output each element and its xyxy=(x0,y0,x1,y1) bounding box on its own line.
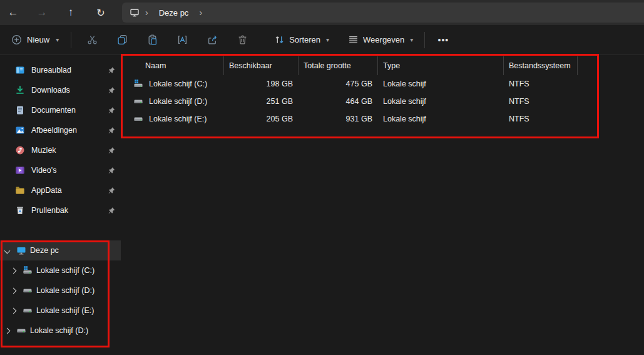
chevron-right-icon[interactable] xyxy=(3,326,11,335)
share-button[interactable] xyxy=(200,29,225,51)
chevron-right-icon[interactable] xyxy=(9,266,18,275)
delete-icon xyxy=(237,34,248,45)
sidebar-item-label: Downloads xyxy=(31,86,102,95)
tree-item-drive-d-root[interactable]: Lokale schijf (D:) xyxy=(0,321,121,341)
refresh-button[interactable]: ↻ xyxy=(90,3,111,23)
chevron-down-icon: ▾ xyxy=(56,36,59,43)
tree-item-drive-e[interactable]: Lokale schijf (E:) xyxy=(0,301,121,321)
drive-icon xyxy=(133,114,143,124)
pictures-icon xyxy=(15,125,25,135)
sidebar-item-documents[interactable]: Documenten xyxy=(0,100,121,120)
sidebar-item-label: Video's xyxy=(31,166,102,175)
tree-item-label: Deze pc xyxy=(30,246,59,255)
pin-icon xyxy=(108,127,115,134)
drive-windows-icon xyxy=(23,265,33,275)
drive-windows-icon xyxy=(133,79,143,89)
folder-icon xyxy=(15,185,25,195)
column-header-filesystem[interactable]: Bestandssysteem xyxy=(504,56,578,75)
sidebar-item-recycle-bin[interactable]: Prullenbak xyxy=(0,200,121,220)
drive-total-size: 475 GB xyxy=(299,80,378,88)
view-list-icon xyxy=(348,34,359,45)
sidebar-item-label: Documenten xyxy=(31,106,102,115)
column-header-total-size[interactable]: Totale grootte xyxy=(299,56,378,75)
drive-name: Lokale schijf (C:) xyxy=(149,80,207,88)
drive-available: 198 GB xyxy=(224,80,299,88)
chevron-down-icon: ▾ xyxy=(410,36,413,43)
command-bar: Nieuw ▾ xyxy=(0,25,644,55)
drive-icon xyxy=(133,96,143,106)
table-row[interactable]: Lokale schijf (D:) 251 GB 464 GB Lokale … xyxy=(121,93,644,110)
address-bar[interactable]: › Deze pc › xyxy=(122,3,644,23)
column-header-type[interactable]: Type xyxy=(378,56,504,75)
column-header-name[interactable]: Naam xyxy=(121,56,224,75)
toolbar-divider xyxy=(424,32,425,48)
cut-icon xyxy=(87,34,98,45)
paste-button[interactable] xyxy=(140,29,165,51)
pin-icon xyxy=(108,207,115,214)
breadcrumb-this-pc[interactable]: Deze pc xyxy=(154,6,194,19)
back-arrow-icon: ← xyxy=(8,6,19,19)
drive-total-size: 464 GB xyxy=(299,97,378,106)
file-list-pane: Naam Beschikbaar Totale grootte Type Bes… xyxy=(121,55,644,355)
drive-icon xyxy=(23,306,33,316)
plus-circle-icon xyxy=(11,34,22,45)
table-row[interactable]: Lokale schijf (C:) 198 GB 475 GB Lokale … xyxy=(121,75,644,93)
breadcrumb-chevron-icon[interactable]: › xyxy=(196,8,205,18)
toolbar-divider xyxy=(71,32,71,48)
cut-button[interactable] xyxy=(79,29,105,51)
sort-icon xyxy=(274,34,285,45)
more-options-button[interactable]: ••• xyxy=(432,29,454,51)
sidebar-item-downloads[interactable]: Downloads xyxy=(0,80,121,100)
pin-icon xyxy=(108,107,115,114)
sidebar-item-label: Muziek xyxy=(31,146,102,155)
sidebar-item-label: Afbeeldingen xyxy=(31,126,102,135)
sort-button-label: Sorteren xyxy=(289,35,320,44)
back-button[interactable]: ← xyxy=(3,3,24,23)
sidebar-item-videos[interactable]: Video's xyxy=(0,160,121,180)
sidebar-item-appdata[interactable]: AppData xyxy=(0,180,121,200)
table-row[interactable]: Lokale schijf (E:) 205 GB 931 GB Lokale … xyxy=(121,110,644,128)
drive-type: Lokale schijf xyxy=(378,80,504,88)
up-arrow-icon: ↑ xyxy=(68,6,74,19)
table-header: Naam Beschikbaar Totale grootte Type Bes… xyxy=(121,56,644,75)
column-header-spacer xyxy=(578,56,644,75)
tree-item-label: Lokale schijf (D:) xyxy=(30,326,88,335)
column-header-available[interactable]: Beschikbaar xyxy=(224,56,299,75)
pin-icon xyxy=(108,187,115,194)
chevron-down-icon: ▾ xyxy=(326,36,329,43)
chevron-right-icon[interactable] xyxy=(9,286,18,295)
sidebar-item-pictures[interactable]: Afbeeldingen xyxy=(0,120,121,140)
desktop-icon xyxy=(15,65,25,75)
sidebar-item-desktop[interactable]: Bureaublad xyxy=(0,60,121,80)
drive-type: Lokale schijf xyxy=(378,115,504,123)
delete-button[interactable] xyxy=(230,29,255,51)
chevron-down-icon[interactable] xyxy=(3,246,11,255)
table-rows: Lokale schijf (C:) 198 GB 475 GB Lokale … xyxy=(121,75,644,128)
copy-button[interactable] xyxy=(110,29,135,51)
chevron-right-icon[interactable] xyxy=(9,306,18,315)
drive-name: Lokale schijf (D:) xyxy=(149,97,207,106)
breadcrumb-chevron-icon[interactable]: › xyxy=(142,8,151,18)
drive-filesystem: NTFS xyxy=(504,115,578,123)
copy-icon xyxy=(117,34,128,45)
ellipsis-icon: ••• xyxy=(437,35,449,45)
sidebar-item-label: Bureaublad xyxy=(31,66,102,75)
new-button-label: Nieuw xyxy=(27,35,49,44)
tree-item-label: Lokale schijf (D:) xyxy=(36,286,95,295)
new-button[interactable]: Nieuw ▾ xyxy=(5,30,65,49)
tree-item-drive-d[interactable]: Lokale schijf (D:) xyxy=(0,280,121,301)
sidebar-item-music[interactable]: Muziek xyxy=(0,140,121,160)
tree-item-this-pc[interactable]: Deze pc xyxy=(0,240,121,260)
sort-button[interactable]: Sorteren ▾ xyxy=(268,30,335,49)
tree-item-drive-c[interactable]: Lokale schijf (C:) xyxy=(0,260,121,280)
view-button[interactable]: Weergeven ▾ xyxy=(342,30,419,49)
rename-button[interactable] xyxy=(170,29,195,51)
drive-filesystem: NTFS xyxy=(504,80,578,88)
tree-item-label: Lokale schijf (E:) xyxy=(36,306,94,315)
pin-icon xyxy=(108,67,115,74)
pin-icon xyxy=(108,147,115,154)
up-button[interactable]: ↑ xyxy=(60,3,81,23)
this-pc-icon xyxy=(16,245,26,255)
drive-name: Lokale schijf (E:) xyxy=(149,115,207,123)
forward-button[interactable]: → xyxy=(31,3,53,23)
